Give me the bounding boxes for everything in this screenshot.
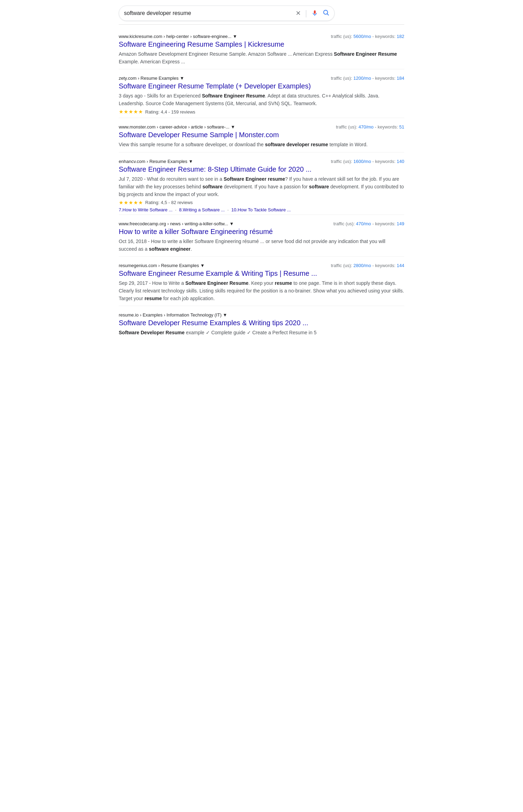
result-url: zety.com › Resume Examples ▼ — [119, 76, 184, 81]
divider: | — [305, 9, 307, 18]
result-url: www.monster.com › career-advice › articl… — [119, 124, 235, 130]
result-url: resumegenius.com › Resume Examples ▼ — [119, 263, 205, 268]
result-block: www.monster.com › career-advice › articl… — [119, 118, 404, 152]
result-snippet: Oct 16, 2018 - How to write a killer Sof… — [119, 237, 404, 253]
mic-icon[interactable] — [311, 10, 318, 17]
result-stars: ★★★★★ — [119, 109, 143, 115]
result-meta-line: enhancv.com › Resume Examples ▼traffic (… — [119, 159, 404, 164]
result-snippet: Software Developer Resume example ✓ Comp… — [119, 329, 404, 336]
result-stars-line: ★★★★★Rating: 4,4 - 159 reviews — [119, 109, 404, 115]
clear-icon[interactable]: ✕ — [296, 9, 301, 17]
result-block: www.freecodecamp.org › news › writing-a-… — [119, 215, 404, 257]
result-block: zety.com › Resume Examples ▼traffic (us)… — [119, 69, 404, 118]
sitelink-item[interactable]: 7.How to Write Software ... — [119, 207, 172, 212]
sitelink-separator: · — [226, 207, 230, 212]
result-traffic: traffic (us): 1200/mo - keywords: 184 — [331, 76, 404, 81]
result-title[interactable]: Software Engineer Resume: 8-Step Ultimat… — [119, 165, 404, 174]
sitelink-separator: · — [174, 207, 178, 212]
result-traffic: traffic (us): 470/mo - keywords: 51 — [336, 124, 404, 130]
result-snippet: Sep 29, 2017 - How to Write a Software E… — [119, 279, 404, 302]
sitelink-item[interactable]: 10.How To Tackle Software ... — [231, 207, 291, 212]
result-stars-line: ★★★★★Rating: 4,5 - 82 reviews — [119, 200, 404, 206]
result-traffic: traffic (us): 2800/mo - keywords: 144 — [331, 263, 404, 268]
result-block: resumegenius.com › Resume Examples ▼traf… — [119, 257, 404, 306]
sitelink-item[interactable]: 8.Writing a Software ... — [179, 207, 225, 212]
result-title[interactable]: Software Engineer Resume Example & Writi… — [119, 269, 404, 278]
search-bar: ✕ | — [119, 6, 335, 21]
result-block: enhancv.com › Resume Examples ▼traffic (… — [119, 153, 404, 215]
result-url: www.freecodecamp.org › news › writing-a-… — [119, 221, 234, 226]
result-title[interactable]: Software Engineering Resume Samples | Ki… — [119, 40, 404, 49]
result-meta-line: resume.io › Examples › Information Techn… — [119, 312, 404, 318]
search-bar-container: ✕ | — [119, 0, 404, 25]
result-meta-line: zety.com › Resume Examples ▼traffic (us)… — [119, 76, 404, 81]
result-url: www.kickresume.com › help-center › softw… — [119, 34, 237, 39]
result-traffic: traffic (us): 5600/mo - keywords: 182 — [331, 34, 404, 39]
result-title[interactable]: Software Developer Resume Examples & Wri… — [119, 318, 404, 327]
search-icons: ✕ | — [296, 9, 329, 18]
search-input[interactable] — [124, 10, 296, 16]
result-title[interactable]: Software Developer Resume Sample | Monst… — [119, 130, 404, 139]
result-meta-line: www.kickresume.com › help-center › softw… — [119, 34, 404, 39]
result-meta-line: www.freecodecamp.org › news › writing-a-… — [119, 221, 404, 226]
result-traffic: traffic (us): 1600/mo - keywords: 140 — [331, 159, 404, 164]
result-block: resume.io › Examples › Information Techn… — [119, 306, 404, 340]
result-title[interactable]: How to write a killer Software Engineeri… — [119, 227, 404, 236]
result-meta-line: resumegenius.com › Resume Examples ▼traf… — [119, 263, 404, 268]
result-block: www.kickresume.com › help-center › softw… — [119, 28, 404, 69]
result-title[interactable]: Software Engineer Resume Template (+ Dev… — [119, 81, 404, 91]
result-rating-text: Rating: 4,4 - 159 reviews — [145, 109, 195, 115]
svg-line-1 — [327, 14, 329, 15]
result-traffic: traffic (us): 470/mo - keywords: 149 — [333, 221, 404, 226]
result-meta-line: www.monster.com › career-advice › articl… — [119, 124, 404, 130]
result-stars: ★★★★★ — [119, 200, 143, 206]
result-snippet: 3 days ago - Skills for an Experienced S… — [119, 92, 404, 107]
result-sitelinks: 7.How to Write Software ... · 8.Writing … — [119, 207, 404, 212]
result-rating-text: Rating: 4,5 - 82 reviews — [145, 200, 193, 205]
result-snippet: View this sample resume for a software d… — [119, 141, 404, 148]
result-url: resume.io › Examples › Information Techn… — [119, 312, 227, 318]
result-snippet: Amazon Software Development Engineer Res… — [119, 50, 404, 65]
results-container: www.kickresume.com › help-center › softw… — [119, 28, 404, 340]
result-url: enhancv.com › Resume Examples ▼ — [119, 159, 193, 164]
result-snippet: Jul 7, 2020 - What do recruiters want to… — [119, 175, 404, 198]
search-icon[interactable] — [322, 9, 329, 18]
